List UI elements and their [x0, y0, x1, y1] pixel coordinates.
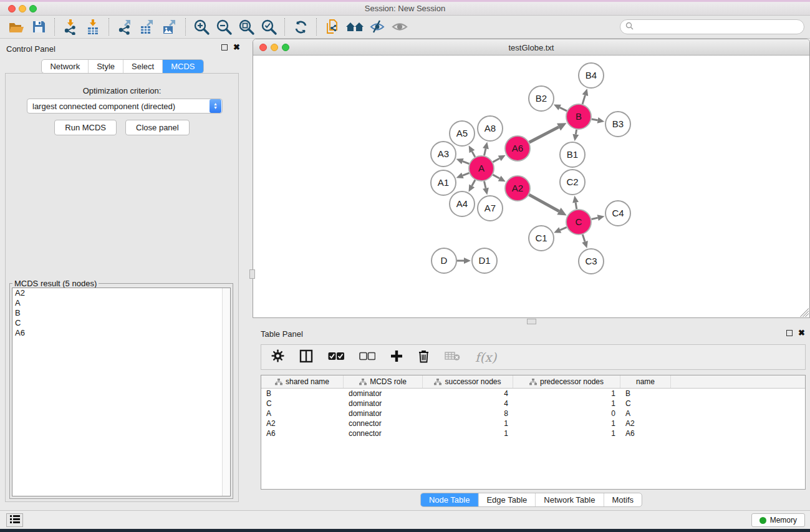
edge-A6-B[interactable] [529, 127, 559, 143]
unselect-all-columns-button[interactable] [359, 352, 375, 363]
column-header-name[interactable]: name [620, 375, 671, 388]
close-panel-button[interactable]: Close panel [125, 120, 190, 135]
table-tab-node-table[interactable]: Node Table [421, 493, 478, 506]
column-header-MCDS-role[interactable]: MCDS role [344, 375, 423, 388]
table-tab-motifs[interactable]: Motifs [603, 493, 642, 506]
edge-A-A5[interactable] [472, 152, 475, 157]
cell-successor-nodes[interactable]: 1 [423, 428, 513, 438]
edge-C-C2[interactable] [576, 203, 577, 210]
column-header-predecessor-nodes[interactable]: predecessor nodes [513, 375, 620, 388]
cell-shared-name[interactable]: B [261, 389, 344, 399]
table-row[interactable]: Adominator80A [261, 409, 805, 418]
edge-B-B2[interactable] [560, 107, 567, 111]
result-item[interactable]: A2 [12, 288, 230, 298]
zoom-out-button[interactable] [213, 17, 235, 37]
result-scrollbar[interactable] [222, 288, 230, 496]
column-header-shared-name[interactable]: shared name [261, 375, 344, 388]
cell-shared-name[interactable]: A [261, 409, 344, 418]
cell-predecessor-nodes[interactable]: 1 [513, 399, 620, 409]
edge-C-C1[interactable] [560, 227, 566, 230]
edge-A-A2[interactable] [493, 175, 499, 178]
zoom-fit-button[interactable] [235, 17, 258, 37]
delete-column-button[interactable] [418, 349, 430, 365]
edge-A-A8[interactable] [484, 148, 485, 155]
task-history-button[interactable] [6, 513, 23, 527]
window-resize-grip[interactable] [800, 308, 809, 317]
edge-B-B4[interactable] [582, 95, 585, 104]
edge-C-C3[interactable] [582, 235, 585, 242]
show-graphics-details-button[interactable] [388, 17, 411, 37]
delete-table-button[interactable] [445, 351, 460, 364]
tab-mcds[interactable]: MCDS [162, 60, 203, 73]
edge-A-A6[interactable] [493, 158, 499, 162]
save-session-button[interactable] [27, 17, 50, 37]
edge-A-A4[interactable] [472, 180, 475, 186]
edge-B-B3[interactable] [592, 119, 598, 120]
table-tab-edge-table[interactable]: Edge Table [478, 493, 535, 506]
table-row[interactable]: A6connector11A6 [261, 428, 805, 438]
zoom-selected-button[interactable] [258, 17, 280, 37]
cell-predecessor-nodes[interactable]: 0 [513, 409, 620, 418]
memory-button[interactable]: Memory [751, 513, 805, 527]
table-row[interactable]: Cdominator41C [261, 399, 805, 409]
cell-successor-nodes[interactable]: 8 [423, 409, 513, 418]
edge-B-B1[interactable] [576, 130, 576, 135]
float-panel-icon[interactable] [221, 44, 228, 51]
tab-network[interactable]: Network [42, 60, 88, 73]
import-network-button[interactable] [59, 17, 82, 37]
cell-shared-name[interactable]: C [261, 399, 344, 409]
function-builder-button[interactable]: f(x) [475, 350, 496, 365]
show-column-button[interactable] [299, 349, 313, 365]
cell-shared-name[interactable]: A2 [261, 418, 344, 428]
cell-shared-name[interactable]: A6 [261, 428, 344, 438]
column-header-successor-nodes[interactable]: successor nodes [423, 375, 513, 388]
tab-select[interactable]: Select [123, 60, 162, 73]
cybrowser-home-button[interactable] [344, 17, 366, 37]
cell-successor-nodes[interactable]: 4 [423, 399, 513, 409]
cell-predecessor-nodes[interactable]: 1 [513, 428, 620, 438]
optimization-select[interactable]: largest connected component (directed) ▲… [27, 99, 223, 114]
float-table-panel-icon[interactable] [786, 330, 793, 336]
cell-MCDS-role[interactable]: connector [344, 418, 423, 428]
open-file-button[interactable] [5, 17, 27, 37]
edge-A-A7[interactable] [484, 181, 485, 188]
cell-name[interactable]: A2 [620, 418, 671, 428]
refresh-network-view-button[interactable] [289, 17, 312, 37]
table-tab-network-table[interactable]: Network Table [535, 493, 603, 506]
export-image-button[interactable] [158, 17, 181, 37]
export-network-button[interactable] [113, 17, 136, 37]
edge-A-A1[interactable] [463, 173, 469, 175]
pane-divider-grip-horizontal[interactable] [527, 319, 536, 324]
zoom-in-button[interactable] [190, 17, 213, 37]
result-item[interactable]: A6 [12, 328, 230, 338]
import-table-button[interactable] [82, 17, 104, 37]
network-canvas[interactable]: B4B2BB3A5A8A6B1A3AA1C2A2A4A7C4CC1C3DD1 [253, 56, 809, 317]
close-table-panel-icon[interactable]: ✖ [798, 330, 805, 336]
cell-name[interactable]: A6 [620, 428, 671, 438]
export-table-button[interactable] [136, 17, 158, 37]
cell-successor-nodes[interactable]: 1 [423, 418, 513, 428]
cell-name[interactable]: A [620, 409, 671, 418]
select-all-columns-button[interactable] [328, 352, 344, 363]
result-item[interactable]: B [12, 308, 230, 318]
edge-C-C4[interactable] [591, 218, 597, 219]
cell-predecessor-nodes[interactable]: 1 [513, 389, 620, 399]
tab-style[interactable]: Style [88, 60, 123, 73]
cell-predecessor-nodes[interactable]: 1 [513, 418, 620, 428]
table-settings-button[interactable] [271, 349, 284, 365]
result-item[interactable]: C [12, 318, 230, 328]
edge-A-A3[interactable] [463, 162, 469, 164]
cell-MCDS-role[interactable]: dominator [344, 409, 423, 418]
cell-name[interactable]: C [620, 399, 671, 409]
new-network-from-selection-button[interactable] [321, 17, 344, 37]
table-row[interactable]: A2connector11A2 [261, 418, 805, 428]
cell-MCDS-role[interactable]: connector [344, 428, 423, 438]
result-item[interactable]: A [12, 298, 230, 308]
cell-MCDS-role[interactable]: dominator [344, 389, 423, 399]
create-column-button[interactable] [390, 350, 403, 365]
cell-successor-nodes[interactable]: 4 [423, 389, 513, 399]
edge-A2-C[interactable] [529, 195, 559, 211]
close-panel-icon[interactable]: ✖ [233, 44, 240, 51]
cell-MCDS-role[interactable]: dominator [344, 399, 423, 409]
pane-divider-grip-vertical[interactable] [249, 269, 255, 279]
